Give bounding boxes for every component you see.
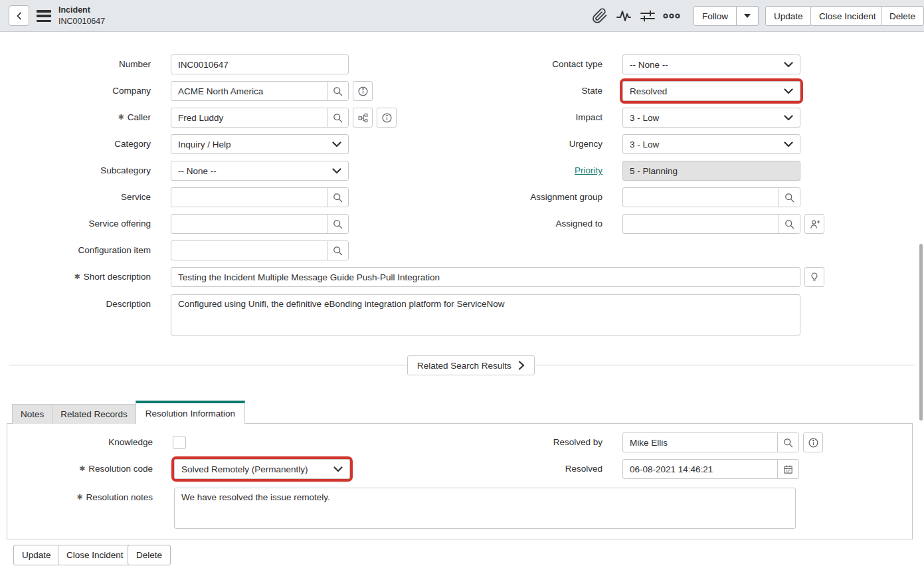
- caller-field[interactable]: [171, 108, 349, 128]
- chevron-right-icon: [518, 361, 525, 370]
- more-options-icon[interactable]: [662, 7, 682, 25]
- resolution-notes-textarea[interactable]: We have resolved the issue remotely.: [174, 488, 796, 529]
- company-input[interactable]: [171, 82, 327, 100]
- subcategory-select[interactable]: -- None --: [171, 161, 349, 181]
- chevron-down-icon: [332, 142, 341, 147]
- resolution-code-label: Resolution code: [0, 459, 153, 479]
- footer-close-incident-button[interactable]: Close Incident: [58, 545, 132, 565]
- resolution-notes-label: Resolution notes: [0, 488, 153, 508]
- related-search-label: Related Search Results: [417, 361, 511, 371]
- mandatory-icon: [74, 272, 83, 282]
- mandatory-icon: [79, 464, 88, 474]
- resolved-by-input[interactable]: [623, 433, 777, 452]
- page-title: Incident: [58, 5, 105, 16]
- category-select[interactable]: Inquiry / Help: [171, 134, 349, 154]
- service-field[interactable]: [171, 187, 349, 207]
- company-lookup-button[interactable]: [327, 82, 348, 100]
- priority-field: 5 - Planning: [622, 161, 800, 181]
- number-field[interactable]: [171, 54, 349, 74]
- short-description-input[interactable]: [171, 268, 800, 286]
- impact-select[interactable]: 3 - Low: [622, 108, 800, 128]
- urgency-value: 3 - Low: [630, 140, 659, 149]
- service-input[interactable]: [171, 188, 327, 207]
- service-offering-label: Service offering: [0, 214, 151, 234]
- footer-update-button[interactable]: Update: [13, 545, 60, 565]
- state-select[interactable]: Resolved: [622, 81, 800, 101]
- context-menu-icon[interactable]: [37, 10, 51, 22]
- knowledge-checkbox[interactable]: [173, 436, 186, 449]
- activity-stream-icon[interactable]: [614, 7, 634, 25]
- resolution-code-select[interactable]: Solved Remotely (Permanently): [174, 459, 350, 479]
- follow-button[interactable]: Follow: [693, 6, 737, 26]
- assignment-group-lookup-button[interactable]: [779, 188, 800, 207]
- service-lookup-button[interactable]: [327, 188, 348, 207]
- service-offering-lookup-button[interactable]: [327, 215, 348, 233]
- suggestion-button[interactable]: [804, 267, 824, 287]
- number-input[interactable]: [171, 55, 348, 74]
- tab-related-records[interactable]: Related Records: [52, 404, 136, 424]
- resolved-label: Resolved: [425, 459, 602, 479]
- company-label: Company: [0, 81, 151, 101]
- configuration-item-lookup-button[interactable]: [327, 241, 348, 260]
- priority-link[interactable]: Priority: [575, 165, 602, 175]
- state-value: Resolved: [630, 86, 667, 96]
- caller-preview-button[interactable]: [377, 108, 397, 128]
- tab-resolution-information[interactable]: Resolution Information: [136, 401, 245, 424]
- service-offering-field[interactable]: [171, 214, 349, 234]
- assigned-to-input[interactable]: [623, 215, 779, 233]
- configuration-item-field[interactable]: [171, 240, 349, 260]
- search-icon: [332, 192, 343, 203]
- resolved-field[interactable]: [622, 459, 799, 479]
- short-description-field[interactable]: [171, 267, 800, 287]
- company-field[interactable]: [171, 81, 349, 101]
- company-preview-button[interactable]: [353, 81, 373, 101]
- related-search-results-button[interactable]: Related Search Results: [407, 355, 535, 375]
- subcategory-label: Subcategory: [0, 161, 151, 181]
- attachment-icon[interactable]: [590, 7, 610, 25]
- priority-label: Priority: [425, 161, 602, 181]
- info-icon: [808, 437, 819, 448]
- urgency-label: Urgency: [425, 134, 602, 154]
- close-incident-button[interactable]: Close Incident: [810, 6, 885, 26]
- footer-delete-button[interactable]: Delete: [128, 545, 171, 565]
- chevron-down-icon: [784, 142, 793, 147]
- assigned-to-label: Assigned to: [425, 214, 602, 234]
- configuration-item-label: Configuration item: [0, 240, 151, 260]
- resolved-by-preview-button[interactable]: [803, 432, 823, 452]
- assign-to-me-button[interactable]: [804, 214, 824, 234]
- impact-value: 3 - Low: [630, 113, 659, 123]
- personalize-form-icon[interactable]: [638, 7, 658, 25]
- assigned-to-lookup-button[interactable]: [779, 215, 800, 233]
- vertical-scrollbar[interactable]: [919, 244, 923, 421]
- back-button[interactable]: [9, 5, 29, 26]
- urgency-select[interactable]: 3 - Low: [622, 134, 800, 154]
- assignment-group-input[interactable]: [623, 188, 779, 207]
- chevron-down-icon: [333, 466, 343, 472]
- incident-form-screen: Incident INC0010647 Follow: [0, 0, 924, 572]
- caller-show-related-button[interactable]: [353, 108, 373, 128]
- service-offering-input[interactable]: [171, 215, 327, 233]
- chevron-down-icon: [784, 62, 793, 68]
- configuration-item-input[interactable]: [171, 241, 327, 260]
- delete-button[interactable]: Delete: [881, 6, 924, 26]
- chevron-down-icon: [332, 168, 341, 174]
- resolved-calendar-button[interactable]: [777, 460, 798, 478]
- follow-split-button: Follow: [693, 6, 759, 26]
- caller-input[interactable]: [171, 108, 327, 127]
- update-button[interactable]: Update: [765, 6, 812, 26]
- record-title-block: Incident INC0010647: [58, 5, 105, 27]
- caller-lookup-button[interactable]: [327, 108, 348, 127]
- category-value: Inquiry / Help: [178, 140, 231, 149]
- description-label: Description: [0, 294, 151, 314]
- resolved-by-field[interactable]: [622, 432, 799, 452]
- assignment-group-field[interactable]: [622, 187, 800, 207]
- contact-type-select[interactable]: -- None --: [622, 54, 800, 74]
- lightbulb-icon: [809, 272, 820, 282]
- follow-dropdown-button[interactable]: [737, 6, 759, 26]
- resolved-by-lookup-button[interactable]: [777, 433, 798, 452]
- info-icon: [357, 86, 369, 97]
- tab-notes[interactable]: Notes: [12, 404, 52, 424]
- assigned-to-field[interactable]: [622, 214, 800, 234]
- resolved-input[interactable]: [623, 460, 777, 478]
- description-textarea[interactable]: Configured using Unifi, the definitive e…: [171, 294, 800, 335]
